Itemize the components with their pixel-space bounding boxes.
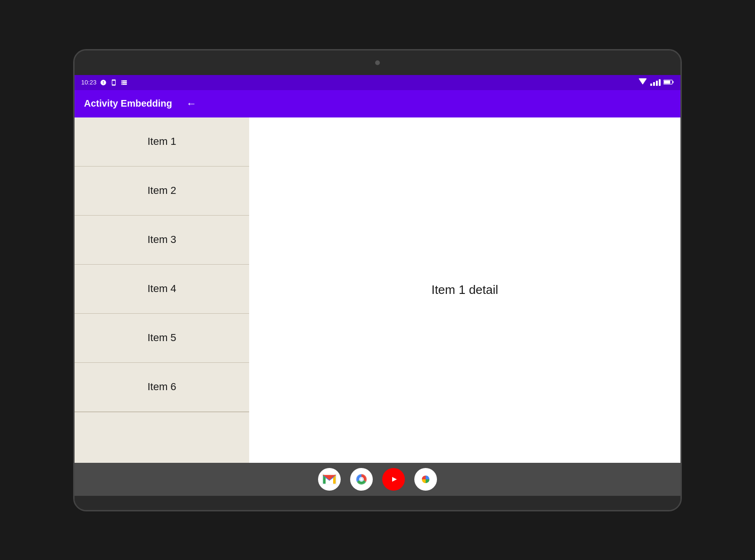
camera-dot: [375, 60, 380, 65]
tablet-bottom-bar: [75, 496, 680, 510]
storage-icon: [120, 79, 128, 86]
status-bar: 10:23: [75, 75, 680, 90]
svg-rect-2: [672, 81, 673, 83]
gmail-icon[interactable]: [318, 468, 341, 491]
svg-point-8: [360, 478, 363, 481]
list-item-2-label: Item 2: [147, 184, 176, 197]
photos-icon[interactable]: [414, 468, 437, 491]
youtube-icon[interactable]: [382, 468, 405, 491]
detail-panel: Item 1 detail: [249, 117, 680, 463]
list-item-6[interactable]: Item 6: [75, 363, 249, 412]
app-bar: Activity Embedding ←: [75, 90, 680, 117]
battery-icon: [663, 78, 674, 87]
detail-text: Item 1 detail: [431, 283, 498, 297]
tablet-top-bar: [75, 50, 680, 75]
list-panel: Item 1 Item 2 Item 3 Item 4 Item 5 Item …: [75, 117, 249, 463]
clock: 10:23: [81, 79, 97, 86]
list-bottom-padding: [75, 412, 249, 440]
list-item-1[interactable]: Item 1: [75, 117, 249, 167]
screenshot-icon: [110, 79, 117, 86]
list-item-5[interactable]: Item 5: [75, 314, 249, 363]
svg-rect-1: [664, 80, 670, 84]
tablet-screen: 10:23: [75, 75, 680, 496]
list-item-6-label: Item 6: [147, 381, 176, 393]
list-item-3[interactable]: Item 3: [75, 216, 249, 265]
back-button[interactable]: ←: [186, 98, 197, 110]
bottom-dock: [75, 463, 680, 496]
tablet-frame: 10:23: [73, 49, 682, 511]
list-item-4[interactable]: Item 4: [75, 265, 249, 314]
chrome-icon[interactable]: [350, 468, 373, 491]
wifi-icon: [638, 78, 647, 87]
status-left: 10:23: [81, 79, 128, 86]
status-right: [638, 78, 674, 87]
list-item-3-label: Item 3: [147, 234, 176, 246]
list-item-1-label: Item 1: [147, 135, 176, 148]
app-bar-title: Activity Embedding: [84, 98, 172, 109]
list-item-5-label: Item 5: [147, 332, 176, 344]
list-item-4-label: Item 4: [147, 283, 176, 295]
signal-icon: [650, 79, 661, 86]
notification-icon: [100, 79, 107, 86]
list-item-2[interactable]: Item 2: [75, 167, 249, 216]
main-content: Item 1 Item 2 Item 3 Item 4 Item 5 Item …: [75, 117, 680, 463]
